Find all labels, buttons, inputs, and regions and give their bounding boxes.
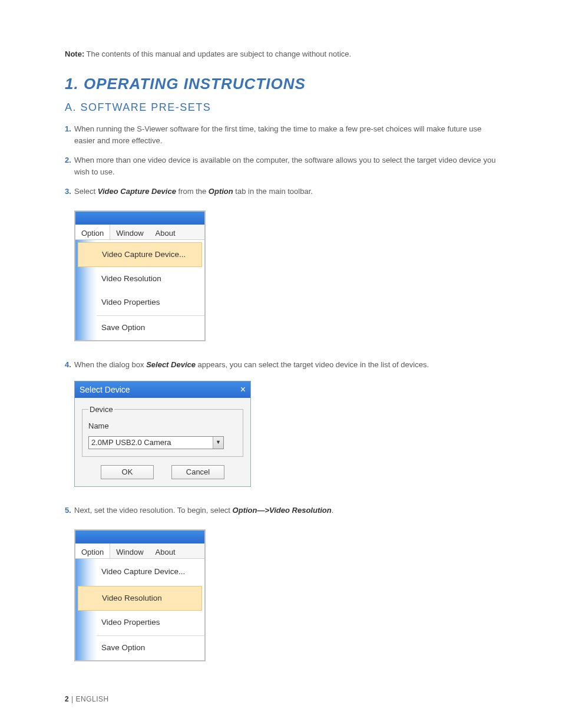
dropdown-item-capture[interactable]: Video Capture Device... bbox=[97, 559, 204, 584]
item-number: 3. bbox=[65, 186, 71, 197]
menu-option[interactable]: Option bbox=[75, 543, 110, 558]
item-number: 2. bbox=[65, 154, 71, 166]
menu-about[interactable]: About bbox=[150, 543, 181, 558]
page-footer: 2 | ENGLISH bbox=[65, 695, 109, 703]
document-page: Note: The contents of this manual and up… bbox=[0, 0, 562, 728]
note-line: Note: The contents of this manual and up… bbox=[65, 50, 497, 58]
dropdown-list: Video Capture Device... Video Resolution… bbox=[97, 559, 204, 660]
figure-option-menu-resolution: Option Window About Video Capture Device… bbox=[74, 529, 206, 661]
list-item: 2. When more than one video device is av… bbox=[65, 154, 497, 177]
close-icon[interactable]: × bbox=[240, 383, 246, 397]
item-number: 4. bbox=[65, 359, 71, 371]
menu-about[interactable]: About bbox=[150, 225, 181, 239]
dialog-buttons: OK Cancel bbox=[82, 465, 243, 479]
menubar: Option Window About bbox=[75, 225, 204, 240]
subsection-title: A. Software Pre-Sets bbox=[65, 101, 497, 114]
dropdown-list: Video Capture Device... Video Resolution… bbox=[97, 240, 204, 340]
dropdown-item-resolution[interactable]: Video Resolution bbox=[97, 267, 204, 291]
dropdown-item-save[interactable]: Save Option bbox=[97, 635, 204, 660]
item-em: Option—>Video Resolution bbox=[233, 506, 332, 515]
dropdown-item-resolution[interactable]: Video Resolution bbox=[78, 586, 202, 611]
menu-window[interactable]: Window bbox=[110, 543, 149, 558]
menubar: Option Window About bbox=[75, 543, 204, 559]
section-title: 1. Operating Instructions bbox=[65, 75, 497, 93]
item-em: Select Device bbox=[146, 360, 196, 369]
footer-sep: | bbox=[69, 695, 75, 703]
item-text-post: , you can select the target video device… bbox=[226, 360, 429, 369]
dropdown-item-properties[interactable]: Video Properties bbox=[97, 611, 204, 634]
item-text-post: . bbox=[332, 506, 334, 515]
item-text: When running the S-Viewer software for t… bbox=[74, 124, 481, 145]
footer-lang: ENGLISH bbox=[75, 695, 108, 703]
device-select-value: 2.0MP USB2.0 Camera bbox=[91, 437, 171, 449]
item-number: 5. bbox=[65, 505, 71, 516]
device-fieldset: Device Name 2.0MP USB2.0 Camera ▼ bbox=[82, 404, 243, 457]
menu-option[interactable]: Option bbox=[75, 225, 110, 239]
list-item: 1. When running the S-Viewer software fo… bbox=[65, 123, 497, 146]
window-titlebar bbox=[75, 212, 204, 225]
instruction-list: 1. When running the S-Viewer software fo… bbox=[65, 123, 497, 661]
item-text-mid: appears bbox=[196, 360, 226, 369]
figure-select-device-dialog: Select Device × Device Name 2.0MP USB2.0… bbox=[74, 381, 251, 487]
note-text: The contents of this manual and updates … bbox=[84, 50, 351, 58]
item-text-pre: When the dialog box bbox=[74, 360, 146, 369]
item-number: 1. bbox=[65, 123, 71, 135]
fieldset-legend: Device bbox=[88, 404, 114, 416]
ok-button[interactable]: OK bbox=[101, 465, 154, 479]
dialog-titlebar: Select Device × bbox=[75, 381, 250, 398]
chevron-down-icon: ▼ bbox=[213, 437, 223, 449]
item-em: Video Capture Device bbox=[98, 187, 176, 196]
dropdown-item-properties[interactable]: Video Properties bbox=[97, 291, 204, 314]
item-text: When more than one video device is avail… bbox=[74, 156, 495, 176]
dropdown-area: Video Capture Device... Video Resolution… bbox=[75, 240, 204, 340]
list-item: 3. Select Video Capture Device from the … bbox=[65, 186, 497, 341]
item-text-mid: from the bbox=[176, 187, 209, 196]
item-text-pre: Next, set the video resolution. To begin… bbox=[74, 506, 233, 515]
list-item: 4. When the dialog box Select Device app… bbox=[65, 359, 497, 487]
figure-option-menu: Option Window About Video Capture Device… bbox=[74, 210, 206, 341]
item-em: Option bbox=[209, 187, 233, 196]
dialog-body: Device Name 2.0MP USB2.0 Camera ▼ OK Can… bbox=[75, 398, 250, 486]
item-text-pre: Select bbox=[74, 187, 98, 196]
note-label: Note: bbox=[65, 50, 84, 58]
dialog-title: Select Device bbox=[80, 384, 130, 396]
cancel-button[interactable]: Cancel bbox=[171, 465, 224, 479]
dropdown-item-capture[interactable]: Video Capture Device... bbox=[78, 242, 202, 267]
item-text-post: tab in the main toolbar. bbox=[233, 187, 313, 196]
field-label: Name bbox=[88, 420, 237, 432]
list-item: 5. Next, set the video resolution. To be… bbox=[65, 505, 497, 661]
device-select[interactable]: 2.0MP USB2.0 Camera ▼ bbox=[88, 436, 224, 449]
menu-window[interactable]: Window bbox=[110, 225, 149, 239]
window-titlebar bbox=[75, 531, 204, 543]
dropdown-area: Video Capture Device... Video Resolution… bbox=[75, 559, 204, 660]
dropdown-item-save[interactable]: Save Option bbox=[97, 315, 204, 340]
